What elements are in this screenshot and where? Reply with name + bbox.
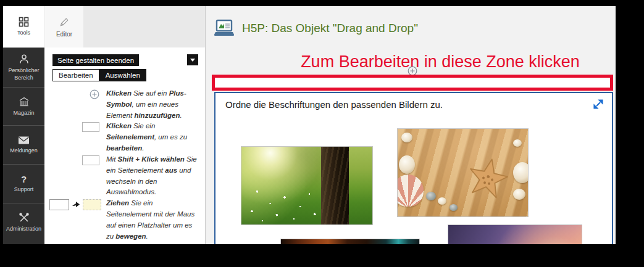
h5p-header: H5P: Das Objekt "Drag and Drop"	[214, 19, 418, 37]
chevron-down-icon	[190, 59, 195, 62]
ilias-window: Tools Persönlicher Bereich Magazin Meldu…	[3, 6, 616, 244]
help-row-select: Mit Shift + Klick wählen Sie ein Seitene…	[44, 154, 206, 198]
page-title: H5P: Das Objekt "Drag and Drop"	[242, 22, 418, 35]
person-icon	[19, 54, 30, 65]
panel-header: Editor	[44, 6, 205, 47]
page-element-box-icon	[82, 155, 99, 165]
annotation-text: Zum Bearbeiten in diese Zone klicken	[267, 52, 613, 72]
pebble-decoration	[450, 204, 458, 211]
sidebar-item-label: Tools	[16, 30, 31, 36]
shell-decoration	[401, 133, 412, 142]
sidebar-item-label: Magazin	[12, 110, 35, 117]
help-text: Mit Shift + Klick wählen Sie ein Seitene…	[106, 154, 198, 198]
sidebar-item-personal-area[interactable]: Persönlicher Bereich	[3, 47, 44, 87]
sidebar-item-magazin[interactable]: Magazin	[3, 87, 44, 125]
finish-page-design-button[interactable]: Seite gestalten beenden	[52, 54, 139, 66]
page-element-box-icon	[82, 122, 99, 132]
tab-bearbeiten[interactable]: Bearbeiten	[52, 69, 99, 81]
h5p-preview-area: Ordne die Beschriftungen den passenden B…	[214, 92, 613, 244]
sunset-image	[448, 224, 582, 244]
drag-arrow-icon	[72, 201, 80, 208]
editor-help-list: Klicken Sie auf ein Plus-Symbol, um ein …	[44, 88, 206, 242]
grid-icon	[19, 17, 29, 27]
pebble-decoration	[426, 192, 436, 200]
meadow-image	[241, 146, 373, 225]
placeholder-box-icon	[83, 199, 101, 210]
sidebar-item-support[interactable]: ? Support	[3, 164, 44, 203]
sidebar-item-meldungen[interactable]: Meldungen	[3, 125, 44, 164]
sidebar-item-label: Administration	[5, 226, 43, 232]
mode-tabs: Bearbeiten Auswählen	[52, 69, 146, 81]
page-editor-panel: Editor Seite gestalten beenden Bearbeite…	[44, 6, 206, 244]
shell-decoration	[399, 155, 415, 174]
task-instruction: Ordne die Beschriftungen den passenden B…	[225, 99, 443, 110]
tab-auswaehlen[interactable]: Auswählen	[99, 69, 146, 81]
circle-plus-icon	[90, 89, 99, 99]
dropdown-caret-button[interactable]	[187, 54, 198, 65]
shell-decoration	[513, 162, 529, 183]
starfish-decoration	[461, 153, 514, 205]
help-row-move: Ziehen Sie ein Seitenelement mit der Mau…	[44, 198, 206, 242]
sidebar: Tools Persönlicher Bereich Magazin Meldu…	[3, 6, 44, 244]
shell-decoration	[397, 175, 424, 207]
shell-decoration	[438, 197, 446, 205]
tab-editor[interactable]: Editor	[45, 6, 83, 47]
question-icon: ?	[21, 175, 27, 184]
pencil-icon	[59, 17, 70, 28]
autumn-image	[280, 239, 420, 244]
h5p-edit-click-zone[interactable]	[212, 75, 613, 91]
crossed-tools-icon	[19, 212, 30, 223]
shell-decoration	[513, 139, 522, 147]
sidebar-item-tools[interactable]: Tools	[3, 6, 44, 47]
main-content: H5P: Das Objekt "Drag and Drop" Zum Bear…	[206, 6, 616, 244]
laptop-presentation-icon	[214, 19, 235, 37]
help-text: Klicken Sie auf ein Plus-Symbol, um ein …	[106, 88, 198, 121]
sidebar-item-label: Persönlicher Bereich	[3, 67, 44, 81]
flowers-decoration	[241, 178, 372, 224]
tab-editor-label: Editor	[56, 31, 72, 38]
seashells-image	[397, 128, 529, 217]
help-row-add: Klicken Sie auf ein Plus-Symbol, um ein …	[44, 88, 206, 121]
sidebar-item-label: Support	[13, 186, 35, 193]
sidebar-item-administration[interactable]: Administration	[3, 203, 44, 242]
building-icon	[19, 96, 30, 107]
help-text: Ziehen Sie ein Seitenelement mit der Mau…	[106, 198, 198, 242]
sidebar-item-label: Meldungen	[9, 147, 39, 154]
fullscreen-expand-icon[interactable]	[592, 98, 604, 110]
page-element-box-icon	[49, 199, 69, 210]
help-text: Klicken Sie ein Seitenelement, um es zu …	[106, 121, 198, 154]
help-row-edit: Klicken Sie ein Seitenelement, um es zu …	[44, 121, 206, 154]
envelope-icon	[18, 136, 30, 145]
shell-decoration	[513, 189, 525, 200]
